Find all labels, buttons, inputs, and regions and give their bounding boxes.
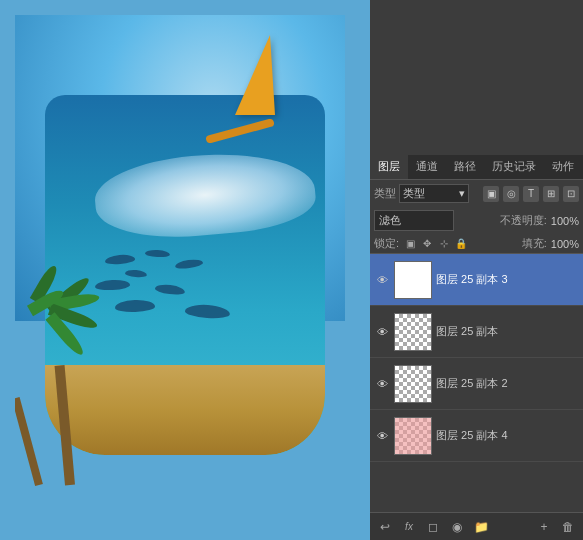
layer-visibility-icon[interactable]: 👁 [374,272,390,288]
filter-icon-5[interactable]: ⊡ [563,186,579,202]
canvas-area [15,15,345,525]
thumb-content [395,418,432,455]
lock-position-icon[interactable]: ✥ [420,237,434,251]
layer-thumbnail [394,313,432,351]
layer-item[interactable]: 👁 图层 25 副本 [370,306,583,358]
dark-top-strip [370,0,583,155]
lock-pixels-icon[interactable]: ▣ [403,237,417,251]
layer-visibility-icon[interactable]: 👁 [374,428,390,444]
wave [92,146,318,245]
tab-channels[interactable]: 通道 [408,155,446,179]
lock-all-icon[interactable]: 🔒 [454,237,468,251]
opacity-label: 不透明度: [500,213,547,228]
filter-row: 类型 类型 ▾ ▣ ◎ T ⊞ ⊡ [370,180,583,207]
layer-name: 图层 25 副本 3 [436,272,579,287]
layer-list: 👁 图层 25 副本 3 👁 图层 25 副本 👁 图层 25 副本 2 👁 [370,254,583,512]
filter-icon-3[interactable]: T [523,186,539,202]
tab-layers[interactable]: 图层 [370,155,408,179]
panel-tabs: 图层 通道 路径 历史记录 动作 [370,155,583,180]
fx-icon[interactable]: fx [400,518,418,536]
layers-panel: 图层 通道 路径 历史记录 动作 类型 类型 ▾ ▣ ◎ T ⊞ ⊡ 滤色 不透… [370,155,583,540]
lock-label: 锁定: [374,236,399,251]
layer-name: 图层 25 副本 2 [436,376,579,391]
thumb-content [395,262,432,299]
delete-layer-icon[interactable]: 🗑 [559,518,577,536]
blend-mode-row: 滤色 不透明度: 100% [370,207,583,234]
tab-history[interactable]: 历史记录 [484,155,544,179]
panel-filter-icons: ▣ ◎ T ⊞ ⊡ [483,186,579,202]
palm-leaves [25,285,105,335]
layer-thumbnail [394,365,432,403]
palm-area [15,285,145,485]
windsurfer-sail [235,35,275,115]
layer-thumbnail [394,261,432,299]
layer-item[interactable]: 👁 图层 25 副本 4 [370,410,583,462]
lock-row: 锁定: ▣ ✥ ⊹ 🔒 填充: 100% [370,234,583,254]
layer-item[interactable]: 👁 图层 25 副本 3 [370,254,583,306]
filter-icon-2[interactable]: ◎ [503,186,519,202]
lock-artboards-icon[interactable]: ⊹ [437,237,451,251]
blend-mode-select[interactable]: 滤色 [374,210,454,231]
new-layer-icon[interactable]: + [535,518,553,536]
canvas-outer [0,0,370,540]
blend-mode-value: 滤色 [379,214,401,226]
thumb-content [395,366,432,403]
lock-icons: ▣ ✥ ⊹ 🔒 [403,237,468,251]
panel-bottom-bar: ↩ fx ◻ ◉ 📁 + 🗑 [370,512,583,540]
link-layers-icon[interactable]: ↩ [376,518,394,536]
layer-item[interactable]: 👁 图层 25 副本 2 [370,358,583,410]
filter-type-dropdown[interactable]: 类型 ▾ [399,184,469,203]
layer-visibility-icon[interactable]: 👁 [374,324,390,340]
add-mask-icon[interactable]: ◻ [424,518,442,536]
windsurfer [205,35,285,135]
new-adjustment-icon[interactable]: ◉ [448,518,466,536]
fill-label: 填充: [522,236,547,251]
tab-paths[interactable]: 路径 [446,155,484,179]
filter-type-value: 类型 [403,186,425,201]
fill-value[interactable]: 100% [551,238,579,250]
palm-trunk-1 [55,365,75,485]
filter-label: 类型 [374,186,396,201]
tab-actions[interactable]: 动作 [544,155,582,179]
layer-name: 图层 25 副本 [436,324,579,339]
thumb-content [395,314,432,351]
chevron-down-icon: ▾ [459,187,465,200]
new-group-icon[interactable]: 📁 [472,518,490,536]
filter-icon-1[interactable]: ▣ [483,186,499,202]
layer-thumbnail [394,417,432,455]
palm-trunk-2 [15,397,43,486]
opacity-value[interactable]: 100% [551,215,579,227]
layer-visibility-icon[interactable]: 👁 [374,376,390,392]
layer-name: 图层 25 副本 4 [436,428,579,443]
filter-icon-4[interactable]: ⊞ [543,186,559,202]
